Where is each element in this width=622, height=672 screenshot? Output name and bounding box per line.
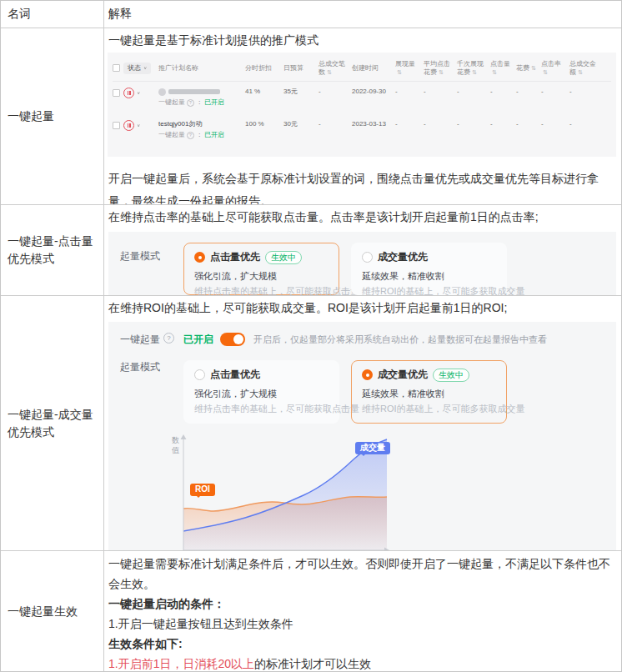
- boost-intro-text: 一键起量是基于标准计划提供的推广模式: [108, 31, 616, 49]
- avatar: [158, 88, 166, 96]
- col-cpm-cost: 千次展现花费⇅: [457, 60, 490, 77]
- sort-icon[interactable]: ⇅: [543, 69, 548, 75]
- sort-icon[interactable]: ⇅: [397, 69, 402, 75]
- col-impressions: 展现量⇅: [395, 60, 424, 77]
- y-axis-label: 数值: [172, 436, 181, 455]
- col-deal-count: 总成交笔数⇅: [319, 60, 352, 77]
- cell-cost: -: [516, 88, 541, 96]
- col-daily-budget: 日预算: [283, 64, 319, 73]
- cell-discount: 41 %: [245, 88, 283, 96]
- radio-unselected-icon[interactable]: [362, 252, 373, 263]
- option-card-deal-priority[interactable]: 成交量优先 延续效果，精准收割 维持ROI的基础上，尽可能多获取成交量: [351, 243, 507, 295]
- explanation-cell-effective: 一键起量需要标准计划满足条件后，才可以生效。否则即使开启了一键起量，不满足以下条…: [104, 551, 621, 671]
- sort-icon[interactable]: ⇅: [492, 69, 497, 75]
- select-all-checkbox[interactable]: [113, 64, 120, 72]
- row-checkbox[interactable]: [113, 122, 120, 129]
- cell-impressions: -: [395, 88, 424, 96]
- col-cost: 花费⇅: [516, 64, 541, 73]
- option-slogan: 强化引流，扩大规模: [194, 270, 329, 283]
- option-card-click-priority[interactable]: 点击量优先 强化引流，扩大规模 维持点击率的基础上，尽可能获取点击量: [183, 360, 339, 424]
- cell-cost: -: [516, 120, 541, 128]
- cell-created: 2023-03-13: [352, 120, 395, 128]
- col-plan-name: 推广计划名称: [158, 64, 245, 73]
- cell-deal-count: -: [319, 120, 352, 128]
- option-description: 维持ROI的基础上，尽可能多获取成交量: [362, 403, 496, 415]
- deal-priority-intro-text: 在维持ROI的基础上，尽可能获取成交量。ROI是该计划开启起量前1日的ROI;: [108, 298, 616, 317]
- roi-volume-area-chart: 数值 0 开启起量后 ROI 成交量: [172, 432, 397, 551]
- term-cell-effective: 一键起量生效: [1, 551, 104, 671]
- term-cell-click-priority: 一键起量-点击量优先模式: [1, 205, 104, 296]
- cell-deal-count: -: [319, 88, 352, 96]
- mode-cards: 点击量优先 强化引流，扩大规模 维持点击率的基础上，尽可能获取点击量 成交量优先…: [183, 360, 507, 424]
- radio-selected-icon[interactable]: [362, 369, 373, 380]
- plan-table-header-row: 状态∨ 推广计划名称 分时折扣 日预算 总成交笔数⇅ 创建时间 展现量⇅ 平均点…: [113, 58, 611, 82]
- condition-rest-text: 的标准计划才可以生效: [254, 657, 371, 670]
- pause-circle-icon: [123, 120, 134, 131]
- status-paused-control[interactable]: ∨: [123, 120, 140, 131]
- help-icon[interactable]: ?: [163, 333, 174, 344]
- condition-highlight-text: 1.开启前1日，日消耗20以上: [108, 657, 254, 670]
- sort-icon[interactable]: ⇅: [327, 69, 332, 75]
- explanation-cell-boost: 一键起量是基于标准计划提供的推广模式 状态∨ 推广计划名称 分时折扣 日预算 总…: [104, 28, 621, 205]
- start-conditions-heading: 一键起量启动的条件：: [108, 594, 616, 614]
- option-label: 点击量优先: [210, 250, 260, 264]
- explanation-cell-deal-priority: 在维持ROI的基础上，尽可能获取成交量。ROI是该计划开启起量前1日的ROI; …: [104, 296, 621, 551]
- effective-conditions-heading: 生效条件如下:: [108, 634, 616, 654]
- cell-deal-amount: -: [569, 120, 603, 128]
- volume-series-badge: 成交量: [355, 442, 390, 454]
- col-clicks: 点击量⇅: [490, 60, 516, 77]
- boost-tag-label: 一键起量: [158, 98, 185, 107]
- plan-table-screenshot: 状态∨ 推广计划名称 分时折扣 日预算 总成交笔数⇅ 创建时间 展现量⇅ 平均点…: [108, 53, 616, 157]
- mode-field-label: 起量模式: [120, 360, 183, 424]
- option-slogan: 延续效果，精准收割: [362, 270, 496, 283]
- active-badge: 生效中: [433, 369, 469, 382]
- toggle-knob: [233, 334, 243, 344]
- option-card-click-priority[interactable]: 点击量优先 生效中 强化引流，扩大规模 维持点击率的基础上，尽可能获取点击量: [183, 243, 339, 295]
- cell-ctr: -: [541, 88, 569, 96]
- option-slogan: 强化引流，扩大规模: [194, 388, 329, 400]
- chevron-down-icon: ∨: [137, 123, 140, 128]
- start-condition-item: 1.开启一键起量按钮且达到生效条件: [108, 614, 616, 634]
- plan-name-text: testqjy001勿动: [158, 120, 202, 128]
- option-card-deal-priority[interactable]: 成交量优先 生效中 延续效果，精准收割 维持ROI的基础上，尽可能多获取成交量: [351, 360, 507, 424]
- cell-avg-click-cost: -: [424, 120, 457, 128]
- term-cell-boost: 一键起量: [1, 28, 104, 205]
- radio-unselected-icon[interactable]: [194, 369, 205, 380]
- boost-settings-screenshot: 一键起量? 已开启 开启后，仅起量部分将采用系统自动出价，起量数据可在起量报告中…: [108, 322, 616, 551]
- cell-clicks: -: [490, 120, 516, 128]
- help-icon[interactable]: ?: [187, 132, 194, 139]
- mode-panel-screenshot: 起量模式 点击量优先 生效中 强化引流，扩大规模 维持点击率的基础上，尽可能获取…: [108, 232, 616, 295]
- cell-daily-budget: 35元: [283, 88, 319, 96]
- active-badge: 生效中: [265, 251, 302, 264]
- boost-switch-label: 一键起量: [120, 333, 160, 347]
- cell-ctr: -: [541, 120, 569, 128]
- help-icon[interactable]: ?: [187, 99, 194, 107]
- separator: ：: [196, 98, 203, 107]
- boost-toggle[interactable]: [220, 333, 245, 346]
- option-description: 维持ROI的基础上，尽可能多获取成交量: [362, 285, 496, 296]
- chevron-down-icon: ∨: [143, 66, 147, 71]
- status-filter-button[interactable]: 状态∨: [123, 63, 151, 74]
- term-cell-deal-priority: 一键起量-成交量优先模式: [1, 296, 104, 551]
- option-label: 点击量优先: [210, 368, 260, 382]
- row-checkbox[interactable]: [113, 89, 120, 97]
- sort-icon[interactable]: ⇅: [578, 69, 583, 75]
- effective-condition-item: 1.开启前1日，日消耗20以上的标准计划才可以生效: [108, 654, 616, 671]
- radio-selected-icon[interactable]: [194, 252, 205, 263]
- explanation-column-header: 解释: [104, 1, 621, 28]
- cell-clicks: -: [490, 88, 516, 96]
- col-created: 创建时间: [352, 64, 395, 73]
- sort-icon[interactable]: ⇅: [472, 69, 477, 75]
- redacted-plan-name: [168, 89, 220, 94]
- cell-avg-click-cost: -: [424, 88, 457, 96]
- plan-table-row: ∨ testqjy001勿动 一键起量?：已开启 100 % 30元 - 202…: [113, 114, 611, 147]
- cell-cpm-cost: -: [457, 120, 490, 128]
- status-paused-control[interactable]: ∨: [123, 88, 140, 98]
- cell-daily-budget: 30元: [283, 120, 319, 128]
- option-slogan: 延续效果，精准收割: [362, 388, 496, 400]
- sort-icon[interactable]: ⇅: [439, 69, 444, 75]
- col-ctr: 点击率⇅: [541, 60, 569, 77]
- sort-icon[interactable]: ⇅: [531, 65, 536, 71]
- option-description: 维持点击率的基础上，尽可能获取点击量: [194, 403, 329, 415]
- option-description: 维持点击率的基础上，尽可能获取点击量: [194, 285, 329, 296]
